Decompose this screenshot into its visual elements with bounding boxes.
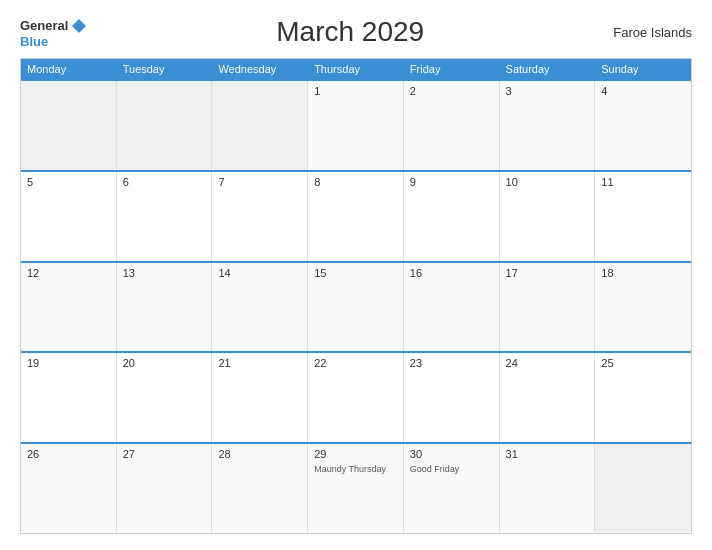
day-header-saturday: Saturday <box>500 59 596 79</box>
day-number: 20 <box>123 357 206 369</box>
day-cell-3-3: 14 <box>212 263 308 352</box>
day-number: 28 <box>218 448 301 460</box>
calendar: Monday Tuesday Wednesday Thursday Friday… <box>20 58 692 534</box>
day-number: 21 <box>218 357 301 369</box>
day-number: 4 <box>601 85 685 97</box>
day-cell-5-6: 31 <box>500 444 596 533</box>
day-header-wednesday: Wednesday <box>212 59 308 79</box>
logo-general: General <box>20 19 68 32</box>
day-number: 23 <box>410 357 493 369</box>
day-cell-1-2 <box>117 81 213 170</box>
week-row-3: 12131415161718 <box>21 261 691 352</box>
logo: General Blue <box>20 17 88 48</box>
page: General Blue March 2029 Faroe Islands Mo… <box>0 0 712 550</box>
day-number: 13 <box>123 267 206 279</box>
day-cell-4-7: 25 <box>595 353 691 442</box>
day-number: 11 <box>601 176 685 188</box>
weeks-container: 1234567891011121314151617181920212223242… <box>21 79 691 533</box>
svg-marker-0 <box>72 19 86 33</box>
day-cell-4-5: 23 <box>404 353 500 442</box>
day-number: 9 <box>410 176 493 188</box>
day-number: 25 <box>601 357 685 369</box>
day-header-monday: Monday <box>21 59 117 79</box>
day-number: 27 <box>123 448 206 460</box>
day-number: 7 <box>218 176 301 188</box>
day-number: 24 <box>506 357 589 369</box>
day-number: 1 <box>314 85 397 97</box>
logo-icon <box>70 17 88 35</box>
page-title: March 2029 <box>88 16 612 48</box>
day-cell-4-4: 22 <box>308 353 404 442</box>
day-number: 3 <box>506 85 589 97</box>
day-number: 26 <box>27 448 110 460</box>
day-cell-5-3: 28 <box>212 444 308 533</box>
day-number: 15 <box>314 267 397 279</box>
day-number: 10 <box>506 176 589 188</box>
day-cell-2-5: 9 <box>404 172 500 261</box>
day-header-thursday: Thursday <box>308 59 404 79</box>
day-cell-3-6: 17 <box>500 263 596 352</box>
day-number: 17 <box>506 267 589 279</box>
day-number: 14 <box>218 267 301 279</box>
holiday-label: Good Friday <box>410 464 493 476</box>
week-row-2: 567891011 <box>21 170 691 261</box>
day-cell-3-7: 18 <box>595 263 691 352</box>
day-cell-5-4: 29Maundy Thursday <box>308 444 404 533</box>
day-cell-1-6: 3 <box>500 81 596 170</box>
day-number: 30 <box>410 448 493 460</box>
day-cell-5-2: 27 <box>117 444 213 533</box>
day-cell-1-4: 1 <box>308 81 404 170</box>
week-row-1: 1234 <box>21 79 691 170</box>
day-cell-5-5: 30Good Friday <box>404 444 500 533</box>
day-cell-1-3 <box>212 81 308 170</box>
day-cell-2-3: 7 <box>212 172 308 261</box>
day-number: 6 <box>123 176 206 188</box>
day-cell-3-2: 13 <box>117 263 213 352</box>
day-cell-2-1: 5 <box>21 172 117 261</box>
week-row-4: 19202122232425 <box>21 351 691 442</box>
holiday-label: Maundy Thursday <box>314 464 397 476</box>
day-number: 8 <box>314 176 397 188</box>
day-number: 12 <box>27 267 110 279</box>
day-header-tuesday: Tuesday <box>117 59 213 79</box>
day-cell-3-1: 12 <box>21 263 117 352</box>
day-header-friday: Friday <box>404 59 500 79</box>
week-row-5: 26272829Maundy Thursday30Good Friday31 <box>21 442 691 533</box>
day-cell-4-2: 20 <box>117 353 213 442</box>
day-cell-1-5: 2 <box>404 81 500 170</box>
day-number: 22 <box>314 357 397 369</box>
day-header-sunday: Sunday <box>595 59 691 79</box>
day-cell-2-4: 8 <box>308 172 404 261</box>
day-cell-5-1: 26 <box>21 444 117 533</box>
day-number: 5 <box>27 176 110 188</box>
day-headers-row: Monday Tuesday Wednesday Thursday Friday… <box>21 59 691 79</box>
day-cell-4-3: 21 <box>212 353 308 442</box>
day-cell-5-7 <box>595 444 691 533</box>
day-cell-2-7: 11 <box>595 172 691 261</box>
day-cell-4-1: 19 <box>21 353 117 442</box>
region-label: Faroe Islands <box>612 25 692 40</box>
day-number: 18 <box>601 267 685 279</box>
logo-blue: Blue <box>20 35 48 48</box>
day-cell-3-5: 16 <box>404 263 500 352</box>
day-number: 2 <box>410 85 493 97</box>
day-cell-2-2: 6 <box>117 172 213 261</box>
day-cell-1-7: 4 <box>595 81 691 170</box>
day-cell-4-6: 24 <box>500 353 596 442</box>
header: General Blue March 2029 Faroe Islands <box>20 16 692 48</box>
day-cell-2-6: 10 <box>500 172 596 261</box>
day-number: 29 <box>314 448 397 460</box>
day-cell-1-1 <box>21 81 117 170</box>
day-number: 19 <box>27 357 110 369</box>
day-number: 16 <box>410 267 493 279</box>
day-cell-3-4: 15 <box>308 263 404 352</box>
day-number: 31 <box>506 448 589 460</box>
